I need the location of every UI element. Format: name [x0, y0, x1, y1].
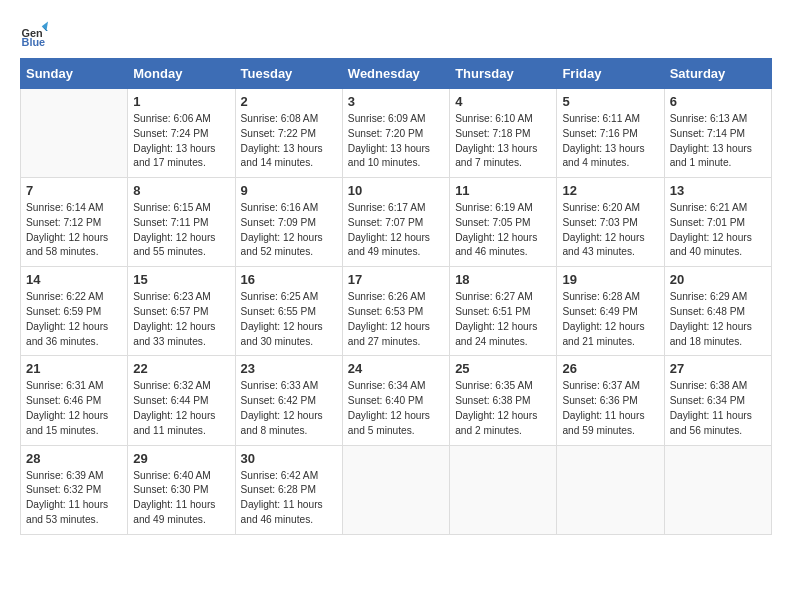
- cell-text: Sunrise: 6:16 AM Sunset: 7:09 PM Dayligh…: [241, 201, 337, 260]
- calendar-cell: 13Sunrise: 6:21 AM Sunset: 7:01 PM Dayli…: [664, 178, 771, 267]
- day-number: 15: [133, 272, 229, 287]
- day-number: 5: [562, 94, 658, 109]
- calendar-cell: 20Sunrise: 6:29 AM Sunset: 6:48 PM Dayli…: [664, 267, 771, 356]
- cell-text: Sunrise: 6:27 AM Sunset: 6:51 PM Dayligh…: [455, 290, 551, 349]
- calendar-day-header: Friday: [557, 59, 664, 89]
- day-number: 12: [562, 183, 658, 198]
- calendar-cell: 26Sunrise: 6:37 AM Sunset: 6:36 PM Dayli…: [557, 356, 664, 445]
- calendar-cell: 8Sunrise: 6:15 AM Sunset: 7:11 PM Daylig…: [128, 178, 235, 267]
- day-number: 11: [455, 183, 551, 198]
- day-number: 14: [26, 272, 122, 287]
- calendar-day-header: Sunday: [21, 59, 128, 89]
- calendar-cell: [342, 445, 449, 534]
- day-number: 10: [348, 183, 444, 198]
- calendar-table: SundayMondayTuesdayWednesdayThursdayFrid…: [20, 58, 772, 535]
- calendar-cell: 28Sunrise: 6:39 AM Sunset: 6:32 PM Dayli…: [21, 445, 128, 534]
- day-number: 22: [133, 361, 229, 376]
- calendar-cell: 17Sunrise: 6:26 AM Sunset: 6:53 PM Dayli…: [342, 267, 449, 356]
- calendar-cell: 4Sunrise: 6:10 AM Sunset: 7:18 PM Daylig…: [450, 89, 557, 178]
- day-number: 7: [26, 183, 122, 198]
- cell-text: Sunrise: 6:35 AM Sunset: 6:38 PM Dayligh…: [455, 379, 551, 438]
- day-number: 26: [562, 361, 658, 376]
- day-number: 2: [241, 94, 337, 109]
- cell-text: Sunrise: 6:19 AM Sunset: 7:05 PM Dayligh…: [455, 201, 551, 260]
- cell-text: Sunrise: 6:20 AM Sunset: 7:03 PM Dayligh…: [562, 201, 658, 260]
- cell-text: Sunrise: 6:06 AM Sunset: 7:24 PM Dayligh…: [133, 112, 229, 171]
- calendar-day-header: Tuesday: [235, 59, 342, 89]
- calendar-day-header: Thursday: [450, 59, 557, 89]
- calendar-week-row: 28Sunrise: 6:39 AM Sunset: 6:32 PM Dayli…: [21, 445, 772, 534]
- cell-text: Sunrise: 6:11 AM Sunset: 7:16 PM Dayligh…: [562, 112, 658, 171]
- cell-text: Sunrise: 6:09 AM Sunset: 7:20 PM Dayligh…: [348, 112, 444, 171]
- calendar-cell: 22Sunrise: 6:32 AM Sunset: 6:44 PM Dayli…: [128, 356, 235, 445]
- cell-text: Sunrise: 6:17 AM Sunset: 7:07 PM Dayligh…: [348, 201, 444, 260]
- cell-text: Sunrise: 6:28 AM Sunset: 6:49 PM Dayligh…: [562, 290, 658, 349]
- cell-text: Sunrise: 6:13 AM Sunset: 7:14 PM Dayligh…: [670, 112, 766, 171]
- calendar-cell: [21, 89, 128, 178]
- cell-text: Sunrise: 6:42 AM Sunset: 6:28 PM Dayligh…: [241, 469, 337, 528]
- calendar-cell: 27Sunrise: 6:38 AM Sunset: 6:34 PM Dayli…: [664, 356, 771, 445]
- calendar-cell: 5Sunrise: 6:11 AM Sunset: 7:16 PM Daylig…: [557, 89, 664, 178]
- calendar-cell: 1Sunrise: 6:06 AM Sunset: 7:24 PM Daylig…: [128, 89, 235, 178]
- day-number: 9: [241, 183, 337, 198]
- cell-text: Sunrise: 6:23 AM Sunset: 6:57 PM Dayligh…: [133, 290, 229, 349]
- calendar-cell: 6Sunrise: 6:13 AM Sunset: 7:14 PM Daylig…: [664, 89, 771, 178]
- day-number: 25: [455, 361, 551, 376]
- day-number: 28: [26, 451, 122, 466]
- day-number: 16: [241, 272, 337, 287]
- cell-text: Sunrise: 6:31 AM Sunset: 6:46 PM Dayligh…: [26, 379, 122, 438]
- calendar-cell: 24Sunrise: 6:34 AM Sunset: 6:40 PM Dayli…: [342, 356, 449, 445]
- calendar-week-row: 1Sunrise: 6:06 AM Sunset: 7:24 PM Daylig…: [21, 89, 772, 178]
- calendar-cell: 14Sunrise: 6:22 AM Sunset: 6:59 PM Dayli…: [21, 267, 128, 356]
- cell-text: Sunrise: 6:34 AM Sunset: 6:40 PM Dayligh…: [348, 379, 444, 438]
- calendar-week-row: 7Sunrise: 6:14 AM Sunset: 7:12 PM Daylig…: [21, 178, 772, 267]
- day-number: 1: [133, 94, 229, 109]
- cell-text: Sunrise: 6:37 AM Sunset: 6:36 PM Dayligh…: [562, 379, 658, 438]
- calendar-cell: [450, 445, 557, 534]
- calendar-day-header: Saturday: [664, 59, 771, 89]
- calendar-cell: 9Sunrise: 6:16 AM Sunset: 7:09 PM Daylig…: [235, 178, 342, 267]
- day-number: 3: [348, 94, 444, 109]
- day-number: 6: [670, 94, 766, 109]
- day-number: 23: [241, 361, 337, 376]
- day-number: 24: [348, 361, 444, 376]
- svg-text:Blue: Blue: [22, 36, 46, 48]
- calendar-cell: 2Sunrise: 6:08 AM Sunset: 7:22 PM Daylig…: [235, 89, 342, 178]
- calendar-cell: 12Sunrise: 6:20 AM Sunset: 7:03 PM Dayli…: [557, 178, 664, 267]
- cell-text: Sunrise: 6:40 AM Sunset: 6:30 PM Dayligh…: [133, 469, 229, 528]
- calendar-cell: 15Sunrise: 6:23 AM Sunset: 6:57 PM Dayli…: [128, 267, 235, 356]
- cell-text: Sunrise: 6:14 AM Sunset: 7:12 PM Dayligh…: [26, 201, 122, 260]
- cell-text: Sunrise: 6:15 AM Sunset: 7:11 PM Dayligh…: [133, 201, 229, 260]
- calendar-cell: 18Sunrise: 6:27 AM Sunset: 6:51 PM Dayli…: [450, 267, 557, 356]
- calendar-cell: 16Sunrise: 6:25 AM Sunset: 6:55 PM Dayli…: [235, 267, 342, 356]
- calendar-cell: 11Sunrise: 6:19 AM Sunset: 7:05 PM Dayli…: [450, 178, 557, 267]
- logo-icon: Gen Blue: [20, 20, 48, 48]
- calendar-cell: 7Sunrise: 6:14 AM Sunset: 7:12 PM Daylig…: [21, 178, 128, 267]
- cell-text: Sunrise: 6:39 AM Sunset: 6:32 PM Dayligh…: [26, 469, 122, 528]
- day-number: 30: [241, 451, 337, 466]
- cell-text: Sunrise: 6:21 AM Sunset: 7:01 PM Dayligh…: [670, 201, 766, 260]
- calendar-cell: 25Sunrise: 6:35 AM Sunset: 6:38 PM Dayli…: [450, 356, 557, 445]
- cell-text: Sunrise: 6:10 AM Sunset: 7:18 PM Dayligh…: [455, 112, 551, 171]
- calendar-day-header: Monday: [128, 59, 235, 89]
- calendar-cell: 19Sunrise: 6:28 AM Sunset: 6:49 PM Dayli…: [557, 267, 664, 356]
- day-number: 27: [670, 361, 766, 376]
- calendar-cell: [664, 445, 771, 534]
- calendar-week-row: 21Sunrise: 6:31 AM Sunset: 6:46 PM Dayli…: [21, 356, 772, 445]
- page-header: Gen Blue: [20, 20, 772, 48]
- day-number: 8: [133, 183, 229, 198]
- cell-text: Sunrise: 6:33 AM Sunset: 6:42 PM Dayligh…: [241, 379, 337, 438]
- calendar-cell: 30Sunrise: 6:42 AM Sunset: 6:28 PM Dayli…: [235, 445, 342, 534]
- calendar-body: 1Sunrise: 6:06 AM Sunset: 7:24 PM Daylig…: [21, 89, 772, 535]
- logo: Gen Blue: [20, 20, 52, 48]
- day-number: 18: [455, 272, 551, 287]
- cell-text: Sunrise: 6:29 AM Sunset: 6:48 PM Dayligh…: [670, 290, 766, 349]
- day-number: 4: [455, 94, 551, 109]
- calendar-cell: 10Sunrise: 6:17 AM Sunset: 7:07 PM Dayli…: [342, 178, 449, 267]
- calendar-cell: 23Sunrise: 6:33 AM Sunset: 6:42 PM Dayli…: [235, 356, 342, 445]
- day-number: 29: [133, 451, 229, 466]
- day-number: 20: [670, 272, 766, 287]
- day-number: 21: [26, 361, 122, 376]
- cell-text: Sunrise: 6:32 AM Sunset: 6:44 PM Dayligh…: [133, 379, 229, 438]
- cell-text: Sunrise: 6:22 AM Sunset: 6:59 PM Dayligh…: [26, 290, 122, 349]
